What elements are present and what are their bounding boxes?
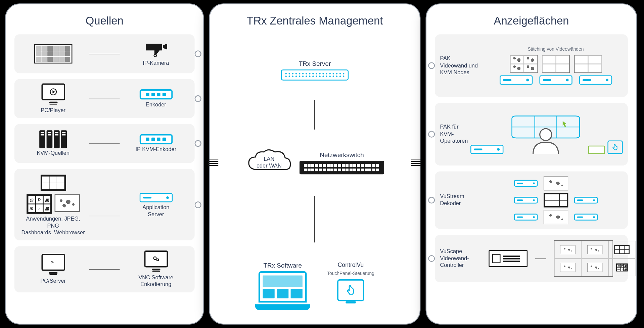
- connector-left-lines: [208, 159, 218, 166]
- pak-operator-label: PAK für KVM-Operatoren: [440, 124, 470, 145]
- panel-displays-title: Anzeigeflächen: [435, 14, 628, 28]
- keyboard-icon: [588, 146, 605, 154]
- map-thumb-icon: [54, 194, 80, 212]
- cloud-line1: LAN: [264, 156, 274, 162]
- trx-server-label: TRx Server: [298, 60, 331, 67]
- pak-videowall-label: PAK Videowänd und KVM Nodes: [440, 55, 489, 77]
- panel-displays: Anzeigeflächen PAK Videowänd und KVM Nod…: [425, 3, 637, 324]
- source-row-applications: ◎P▣in♪▦ Anwendungen, JPEG, PNG Dashboard…: [14, 169, 194, 240]
- cloud-line2: oder WAN: [256, 162, 281, 169]
- vustream-label: VuStream Dekoder: [440, 193, 489, 207]
- application-server-label: Application Server: [142, 204, 169, 218]
- panel-management-title: TRx Zentrales Management: [218, 14, 411, 28]
- touch-panel-icon: [337, 279, 364, 301]
- cloud-lan-wan: LANoder WAN: [245, 149, 292, 177]
- pc-player-icon: [41, 83, 65, 100]
- pak-operator-node-icon: [470, 145, 503, 154]
- pak-node-icon: [499, 75, 532, 85]
- pc-server-label: PC/Server: [40, 278, 66, 284]
- trx-server-icon: [281, 69, 349, 81]
- pc-player-label: PC/Player: [41, 107, 65, 114]
- pc-server-icon: >_: [41, 254, 65, 271]
- dashboard-thumb-icon: [40, 175, 66, 191]
- stitching-header-label: Stitching von Videowänden: [527, 47, 584, 52]
- panel-sources-title: Quellen: [14, 14, 194, 28]
- pak-nodes-row: [499, 75, 612, 85]
- ip-camera-icon: [143, 41, 169, 58]
- network-switch-icon: [300, 160, 384, 174]
- applications-label: Anwendungen, JPEG, PNG Dashboards, Webbr…: [20, 216, 86, 236]
- source-row-vnc: >_ PC/Server VNC Software Enkodierung: [14, 246, 194, 292]
- operator-workstation-icon: [508, 114, 584, 154]
- trx-software-label: TRx Software: [263, 262, 302, 269]
- vuscape-wall-icon: ◎P▣in♪▦: [554, 240, 613, 277]
- vnc-encoding-label: VNC Software Enkodierung: [123, 274, 188, 288]
- controlvu-block: ControlVu TouchPanel-Steuerung: [327, 262, 374, 301]
- controlvu-label1: ControlVu: [337, 262, 364, 268]
- source-row-ipcamera: IP-Kamera: [14, 34, 194, 73]
- encoder-icon: [139, 89, 172, 99]
- application-server-icon: [139, 193, 172, 202]
- pak-node-icon: [579, 75, 612, 85]
- vuscape-controller-icon: [489, 250, 527, 267]
- encoder-label: Enkoder: [145, 101, 166, 108]
- panel-sources: Quellen IP-Kamera: [5, 3, 204, 324]
- network-switch-label: Netzwerkswitch: [320, 151, 364, 158]
- ip-camera-label: IP-Kamera: [143, 60, 169, 66]
- source-row-kvm: KVM-Quellen IP KVM-Enkoder: [14, 124, 194, 163]
- controlvu-label2: TouchPanel-Steuerung: [327, 271, 374, 277]
- svg-point-8: [540, 129, 551, 140]
- ip-kvm-encoder-icon: [139, 134, 172, 144]
- vnc-encoding-icon: [144, 250, 168, 267]
- vustream-decoders-icon: [514, 176, 597, 224]
- trx-software-block: TRx Software: [255, 262, 310, 310]
- laptop-icon: [255, 271, 310, 310]
- svg-text:>_: >_: [50, 259, 57, 265]
- display-row-vuscape: VuScape Videowand-Controller ◎P▣in♪▦: [435, 235, 628, 282]
- apps-grid-icon: ◎P▣in♪▦: [26, 194, 52, 214]
- display-row-pak-operator: PAK für KVM-Operatoren: [435, 103, 628, 165]
- svg-point-4: [156, 259, 158, 261]
- traffic-feed-icon: [34, 44, 72, 63]
- vuscape-label: VuScape Videowand-Controller: [440, 248, 489, 269]
- source-row-pcplayer: PC/Player Enkoder: [14, 79, 194, 118]
- svg-point-0: [154, 54, 156, 57]
- svg-point-3: [153, 257, 156, 260]
- videowall-stitching-icon: [509, 55, 602, 73]
- panel-management: TRx Zentrales Management TRx Server LANo…: [209, 3, 420, 324]
- architecture-diagram: Quellen IP-Kamera: [2, 0, 643, 328]
- pak-node-icon: [539, 75, 572, 85]
- connector-right-lines: [411, 159, 421, 166]
- kvm-sources-icon: [39, 130, 67, 148]
- display-row-vustream: VuStream Dekoder: [435, 172, 628, 229]
- display-row-pak-videowall: PAK Videowänd und KVM Nodes Stitching vo…: [435, 34, 628, 97]
- kvm-sources-label: KVM-Quellen: [37, 150, 69, 156]
- trx-server-block: TRx Server: [281, 60, 349, 81]
- touch-small-icon: [607, 141, 623, 154]
- ip-kvm-encoder-label: IP KVM-Enkoder: [135, 146, 176, 153]
